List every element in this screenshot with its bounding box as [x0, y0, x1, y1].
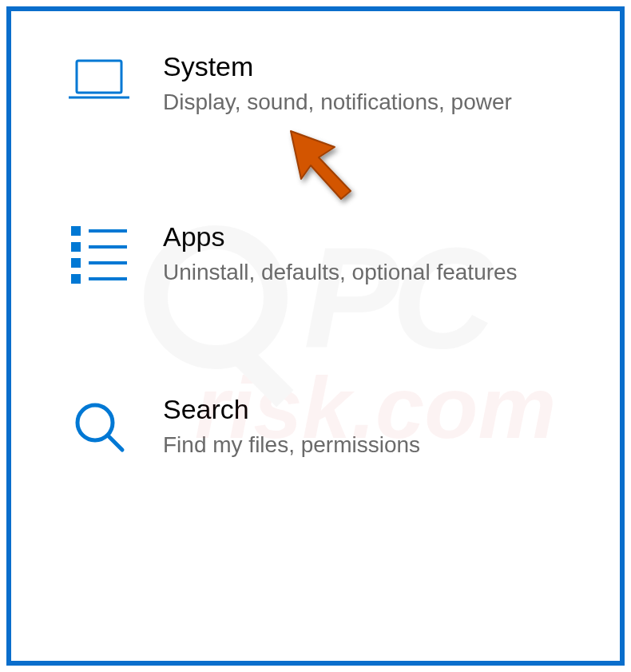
apps-icon	[43, 221, 155, 290]
settings-item-search[interactable]: Search Find my files, permissions	[43, 394, 588, 460]
settings-item-apps[interactable]: Apps Uninstall, defaults, optional featu…	[43, 221, 588, 290]
svg-rect-0	[77, 61, 121, 93]
settings-item-title: Search	[163, 394, 588, 425]
pointer-arrow-icon	[279, 119, 375, 215]
settings-item-desc: Uninstall, defaults, optional features	[163, 257, 588, 288]
settings-panel: PC risk.com System Display, sound, notif…	[6, 6, 625, 666]
laptop-icon	[43, 51, 155, 104]
settings-item-text: System Display, sound, notifications, po…	[155, 51, 588, 117]
svg-line-3	[109, 436, 122, 450]
settings-item-title: System	[163, 51, 588, 82]
settings-item-system[interactable]: System Display, sound, notifications, po…	[43, 51, 588, 117]
settings-item-text: Apps Uninstall, defaults, optional featu…	[155, 221, 588, 288]
settings-item-desc: Display, sound, notifications, power	[163, 87, 588, 117]
settings-item-desc: Find my files, permissions	[163, 430, 588, 460]
settings-item-title: Apps	[163, 221, 588, 252]
search-icon	[43, 394, 155, 455]
settings-item-text: Search Find my files, permissions	[155, 394, 588, 460]
